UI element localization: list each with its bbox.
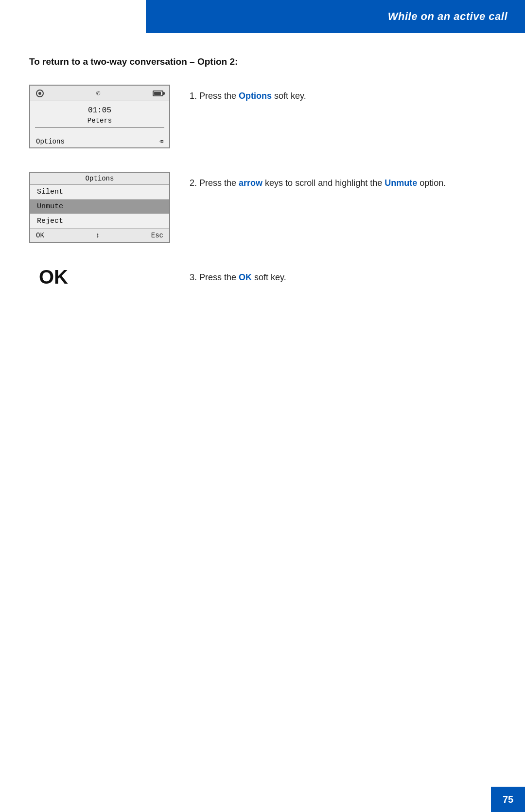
step-1-desc: 1. Press the Options soft key. (170, 85, 496, 103)
step-2-text-before: Press the (199, 178, 239, 188)
screen2-footer: OK ↕ Esc (30, 229, 169, 242)
ok-large-label: OK (29, 266, 170, 288)
step-3-row: OK 3. Press the OK soft key. (29, 266, 496, 288)
caller-name: Peters (30, 117, 169, 125)
step-3-number: 3. (190, 272, 197, 282)
step-3-text-after: soft key. (252, 272, 286, 282)
screen1-status-bar: ✆ (30, 86, 169, 101)
step-2-desc: 2. Press the arrow keys to scroll and hi… (170, 172, 496, 190)
menu-item-unmute: Unmute (30, 199, 169, 214)
battery-icon (153, 90, 163, 96)
softkey-ok-label: OK (36, 232, 44, 239)
softkey-arrow-icon: ↕ (96, 232, 100, 239)
call-time: 01:05 (30, 106, 169, 115)
step-3-highlight: OK (239, 272, 252, 282)
step-3-text-before: Press the (199, 272, 239, 282)
record-icon (36, 90, 44, 97)
step-1-text-after: soft key. (272, 91, 306, 101)
screen1-footer: Options ⌫ (30, 136, 169, 147)
section-heading: To return to a two-way conversation – Op… (29, 56, 496, 67)
step-2-highlight2: Unmute (385, 178, 417, 188)
step-2-number: 2. (190, 178, 197, 188)
step-1-row: ✆ 01:05 Peters Options ⌫ 1. (29, 85, 496, 148)
handset-icon: ✆ (96, 89, 100, 98)
step-3-desc: 3. Press the OK soft key. (170, 266, 496, 284)
menu-item-reject: Reject (30, 214, 169, 229)
softkey-end-icon: ⌫ (159, 138, 163, 145)
screen2-title: Options (30, 173, 169, 185)
menu-item-silent: Silent (30, 185, 169, 199)
step-2-highlight1: arrow (239, 178, 262, 188)
phone-screen-1: ✆ 01:05 Peters Options ⌫ (29, 85, 170, 148)
step-1-highlight: Options (239, 91, 272, 101)
screen1-body: 01:05 Peters (30, 101, 169, 136)
softkey-options-label: Options (36, 138, 65, 145)
step-2-text-middle: keys to scroll and highlight the (262, 178, 385, 188)
page-number: 75 (491, 787, 525, 812)
phone-screen-2: Options Silent Unmute Reject OK ↕ Esc (29, 172, 170, 243)
step-2-text-after: option. (417, 178, 446, 188)
header-title: While on an active call (388, 10, 508, 23)
header-bar: While on an active call (146, 0, 525, 33)
step-2-row: Options Silent Unmute Reject OK ↕ Esc 2.… (29, 172, 496, 243)
softkey-esc-label: Esc (151, 232, 163, 239)
step-1-number: 1. (190, 91, 197, 101)
main-content: To return to a two-way conversation – Op… (0, 33, 525, 337)
step-1-text-before: Press the (199, 91, 239, 101)
